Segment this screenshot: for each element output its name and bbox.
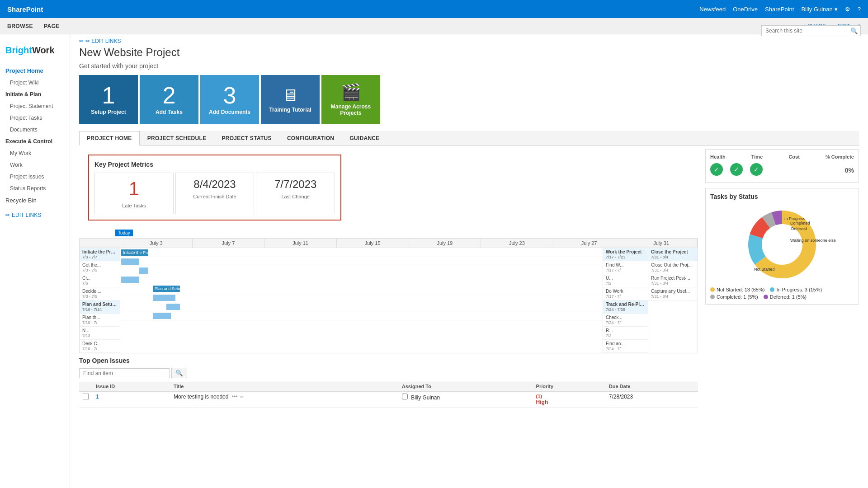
- late-tasks-label: Late Tasks: [102, 203, 166, 208]
- edit-links-text: ✏ EDIT LINKS: [85, 38, 121, 44]
- metric-late-tasks: 1 Late Tasks: [94, 173, 174, 214]
- finish-date-label: Current Finish Date: [183, 194, 247, 199]
- gantt-col-jul7: July 7: [193, 239, 265, 248]
- issue-1-priority: (1) High: [533, 391, 605, 408]
- gantt-task-4: Decide ...7/3 - 7/5: [80, 287, 120, 300]
- issues-search-button[interactable]: 🔍: [171, 368, 187, 378]
- sidebar-item-project-tasks[interactable]: Project Tasks: [0, 112, 70, 124]
- gantt-task-r6: Check...7/24 - 7/: [603, 314, 648, 327]
- left-column: Key Project Metrics 1 Late Tasks 8/4/202…: [79, 149, 698, 408]
- sidebar-item-project-home[interactable]: Project Home: [0, 65, 70, 77]
- health-item-cost: ✓: [750, 163, 763, 176]
- tile-add-tasks[interactable]: 2 Add Tasks: [140, 75, 198, 124]
- health-item-health: ✓: [710, 163, 723, 176]
- legend-label-completed: Completed: 1 (5%): [717, 294, 758, 300]
- gantt-bar-2: [121, 258, 139, 265]
- logo: BrightWork: [0, 38, 70, 65]
- tile-training-tutorial[interactable]: 🖥 Training Tutorial: [261, 75, 320, 124]
- sidebar-item-status-reports[interactable]: Status Reports: [0, 183, 70, 194]
- tab-project-home[interactable]: PROJECT HOME: [79, 131, 140, 145]
- legend-dot-not-started: [710, 287, 715, 292]
- issue-assign-checkbox[interactable]: [402, 394, 408, 399]
- gantt-task-fr4: Capture any Usef...7/31 - 8/4: [648, 287, 698, 300]
- issue-edit-icon[interactable]: ✏: [240, 394, 244, 399]
- health-status-row: ✓ ✓ ✓ 0%: [710, 163, 854, 178]
- tasks-status-title: Tasks by Status: [710, 193, 854, 200]
- issue-1-title: More testing is needed ••• ✏: [170, 391, 398, 408]
- legend-label-not-started: Not Started: 13 (65%): [717, 287, 764, 292]
- sharepoint-brand[interactable]: SharePoint: [7, 5, 43, 13]
- tile-setup-project[interactable]: 1 Setup Project: [79, 75, 138, 124]
- sidebar-item-work[interactable]: Work: [0, 159, 70, 171]
- last-change-label: Last Change: [264, 194, 327, 199]
- tile-3-number: 3: [223, 84, 236, 107]
- gantt-bar-row-6: [120, 293, 603, 302]
- tab-configuration[interactable]: CONFIGURATION: [279, 131, 342, 145]
- question-icon[interactable]: ?: [858, 6, 861, 13]
- issue-1-checkbox[interactable]: [79, 391, 92, 408]
- gantt-task-labels-far-right: Close the Project7/31 - 8/4 Close Out th…: [648, 248, 698, 353]
- tab-bar: PROJECT HOME PROJECT SCHEDULE PROJECT ST…: [79, 131, 859, 145]
- tile-manage-projects[interactable]: 🎬 Manage Across Projects: [321, 75, 380, 124]
- search-input[interactable]: [761, 25, 861, 36]
- gantt-container[interactable]: July 3 July 7 July 11 July 15 July 19 Ju…: [79, 238, 698, 353]
- search-bar: 🔍: [761, 25, 861, 36]
- donut-svg: [741, 204, 823, 285]
- sidebar-item-execute-control[interactable]: Execute & Control: [0, 136, 70, 147]
- onedrive-link[interactable]: OneDrive: [733, 6, 758, 13]
- tab-project-schedule[interactable]: PROJECT SCHEDULE: [140, 131, 214, 145]
- legend-label-deferred: Deferred: 1 (5%): [770, 294, 807, 300]
- top-nav-left: SharePoint: [7, 5, 43, 13]
- sidebar-item-recycle-bin[interactable]: Recycle Bin: [0, 194, 70, 206]
- sharepoint-link[interactable]: SharePoint: [765, 6, 794, 13]
- gantt-col-jul15: July 15: [337, 239, 409, 248]
- settings-icon[interactable]: ⚙: [845, 6, 850, 13]
- legend-completed: Completed: 1 (5%): [710, 294, 758, 300]
- last-change-value: 7/7/2023: [264, 178, 327, 190]
- tile-2-label: Add Tasks: [152, 109, 186, 115]
- two-column-layout: Key Project Metrics 1 Late Tasks 8/4/202…: [70, 145, 868, 411]
- sidebar-item-project-issues[interactable]: Project Issues: [0, 171, 70, 183]
- gantt-task-8: Desk C...7/10 - 7/: [80, 340, 120, 353]
- gantt-bar-8: [153, 313, 171, 319]
- issue-menu-icon[interactable]: •••: [232, 394, 238, 400]
- dropdown-icon: ▾: [835, 6, 838, 13]
- tile-3-label: Add Documents: [205, 109, 254, 115]
- training-icon: 🖥: [282, 86, 298, 105]
- issue-1-id[interactable]: 1: [92, 391, 170, 408]
- gantt-body: Initiate the Project7/3 - 7/7 Get the...…: [80, 248, 698, 353]
- sidebar-item-project-wiki[interactable]: Project Wiki: [0, 77, 70, 89]
- tab-project-status[interactable]: PROJECT STATUS: [214, 131, 279, 145]
- checkbox-icon[interactable]: [83, 394, 89, 399]
- donut-chart: In Progress Completed Deferred Waiting o…: [741, 204, 823, 285]
- sidebar-item-my-work[interactable]: My Work: [0, 147, 70, 159]
- top-navigation: SharePoint Newsfeed OneDrive SharePoint …: [0, 0, 868, 18]
- sidebar-item-initiate-plan[interactable]: Initiate & Plan: [0, 89, 70, 100]
- content-area: ✏ ✏ EDIT LINKS New Website Project Get s…: [70, 34, 868, 488]
- tab-guidance[interactable]: GUIDANCE: [342, 131, 387, 145]
- sidebar-item-project-statement[interactable]: Project Statement: [0, 100, 70, 112]
- health-check-health: ✓: [710, 163, 723, 176]
- newsfeed-link[interactable]: Newsfeed: [699, 6, 726, 13]
- gantt-task-labels: Initiate the Project7/3 - 7/7 Get the...…: [80, 248, 120, 353]
- sidebar-item-documents[interactable]: Documents: [0, 124, 70, 136]
- health-header: Health Time Cost % Complete: [710, 154, 854, 160]
- get-started-text: Get started with your project: [70, 62, 868, 75]
- issues-table: Issue ID Title Assigned To Priority Due …: [79, 382, 698, 408]
- finish-date-value: 8/4/2023: [183, 178, 247, 190]
- gantt-bar-row-2: [120, 257, 603, 266]
- edit-links-banner[interactable]: ✏ ✏ EDIT LINKS: [70, 34, 868, 44]
- sub-nav-left: BROWSE PAGE: [7, 23, 60, 29]
- browse-tab[interactable]: BROWSE: [7, 23, 33, 29]
- search-button[interactable]: 🔍: [850, 28, 858, 34]
- user-menu[interactable]: Billy Guinan ▾: [801, 6, 837, 13]
- gantt-task-r8: Find an...7/24 - 7/: [603, 340, 648, 353]
- tile-add-documents[interactable]: 3 Add Documents: [200, 75, 259, 124]
- page-tab[interactable]: PAGE: [44, 23, 60, 29]
- legend-dot-in-progress: [770, 287, 774, 292]
- issues-search-input[interactable]: [79, 368, 170, 378]
- gantt-task-r4: Do Work7/17 - 7/: [603, 287, 648, 300]
- sidebar-edit-links[interactable]: ✏ EDIT LINKS: [0, 206, 70, 224]
- tile-2-number: 2: [163, 84, 176, 107]
- gantt-bar-row-7: [120, 302, 603, 311]
